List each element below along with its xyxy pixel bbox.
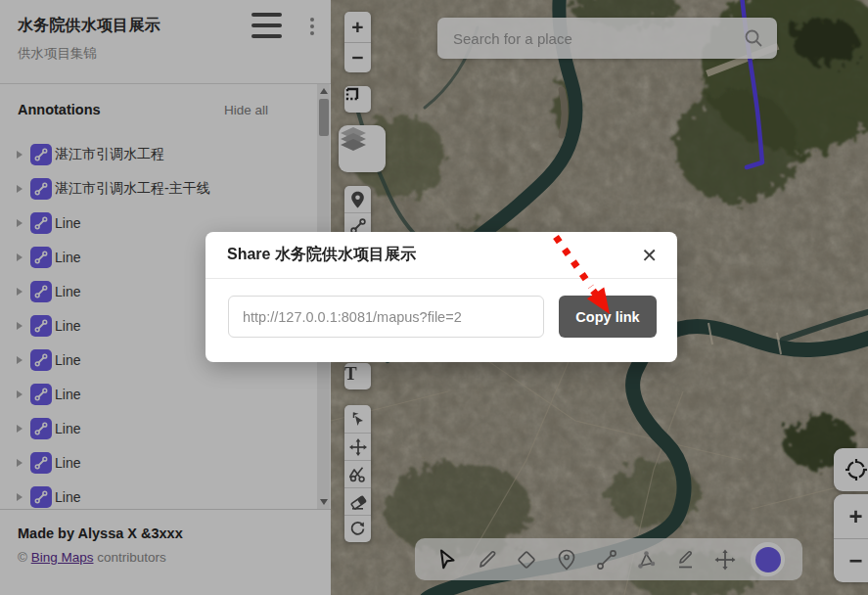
share-dialog-body: Copy link: [206, 279, 677, 338]
share-dialog: Share 水务院供水项目展示 ✕ Copy link: [206, 232, 677, 362]
share-dialog-title: Share 水务院供水项目展示: [227, 245, 416, 265]
copy-link-button[interactable]: Copy link: [559, 296, 657, 338]
close-icon[interactable]: ✕: [641, 246, 658, 265]
share-url-input[interactable]: [228, 296, 544, 338]
mapus-app: 水务院供水项目展示 供水项目集锦 Annotations Hide all 湛江…: [0, 0, 868, 595]
share-dialog-header: Share 水务院供水项目展示 ✕: [206, 232, 677, 279]
